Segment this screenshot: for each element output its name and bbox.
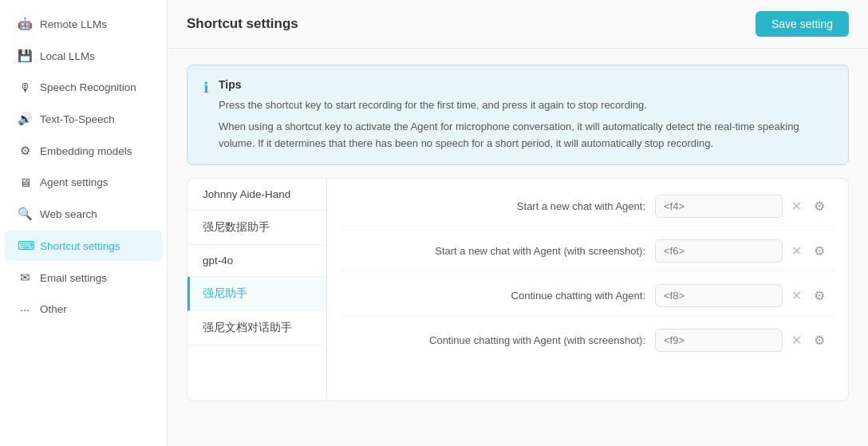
tips-title: Tips bbox=[219, 78, 832, 91]
info-icon: ℹ bbox=[203, 79, 209, 152]
email-settings-icon: ✉ bbox=[18, 270, 32, 285]
other-icon: ··· bbox=[18, 302, 32, 316]
shortcut-row-continue-chat-screenshot: Continue chatting with Agent (with scree… bbox=[340, 321, 835, 360]
shortcut-label-continue-chat: Continue chatting with Agent: bbox=[346, 290, 645, 302]
sidebar-label-agent-settings: Agent settings bbox=[40, 176, 108, 188]
shortcut-gear-continue-chat[interactable]: ⚙ bbox=[810, 286, 829, 306]
web-search-icon: 🔍 bbox=[18, 207, 32, 221]
sidebar-item-embedding-models[interactable]: ⚙Embedding models bbox=[5, 136, 162, 166]
sidebar-label-local-llms: Local LLMs bbox=[40, 50, 95, 62]
sidebar-item-email-settings[interactable]: ✉Email settings bbox=[5, 262, 162, 293]
agent-item-qiangni[interactable]: 强尼助手 bbox=[187, 277, 326, 311]
shortcut-label-continue-chat-screenshot: Continue chatting with Agent (with scree… bbox=[346, 334, 645, 346]
content-area: ℹ Tips Press the shortcut key to start r… bbox=[168, 49, 868, 446]
shortcut-settings-panel: Start a new chat with Agent:✕⚙Start a ne… bbox=[327, 179, 848, 401]
shortcut-input-group-new-chat-screenshot: ✕⚙ bbox=[655, 239, 829, 262]
sidebar-item-remote-llms[interactable]: 🤖Remote LLMs bbox=[5, 9, 162, 39]
shortcut-gear-new-chat[interactable]: ⚙ bbox=[810, 197, 829, 216]
shortcut-input-continue-chat[interactable] bbox=[655, 284, 783, 307]
agent-settings-icon: 🖥 bbox=[18, 176, 32, 189]
shortcut-gear-continue-chat-screenshot[interactable]: ⚙ bbox=[810, 331, 829, 350]
shortcut-label-new-chat: Start a new chat with Agent: bbox=[346, 200, 645, 212]
shortcut-input-group-new-chat: ✕⚙ bbox=[655, 195, 829, 218]
embedding-models-icon: ⚙ bbox=[18, 144, 32, 158]
shortcut-row-new-chat: Start a new chat with Agent:✕⚙ bbox=[340, 187, 835, 227]
remote-llms-icon: 🤖 bbox=[18, 17, 32, 31]
sidebar-item-agent-settings[interactable]: 🖥Agent settings bbox=[5, 168, 162, 197]
shortcut-input-new-chat[interactable] bbox=[655, 195, 783, 218]
sidebar-label-web-search: Web search bbox=[40, 208, 97, 220]
shortcut-settings-icon: ⌨ bbox=[18, 239, 32, 253]
header: Shortcut settings Save setting bbox=[168, 0, 868, 49]
agent-item-gpt4o[interactable]: gpt-4o bbox=[187, 245, 326, 277]
tips-content: Tips Press the shortcut key to start rec… bbox=[219, 78, 832, 152]
shortcut-input-continue-chat-screenshot[interactable] bbox=[655, 329, 783, 352]
shortcut-gear-new-chat-screenshot[interactable]: ⚙ bbox=[810, 242, 829, 261]
tips-box: ℹ Tips Press the shortcut key to start r… bbox=[187, 65, 849, 165]
sidebar-label-email-settings: Email settings bbox=[40, 272, 107, 284]
sidebar-item-shortcut-settings[interactable]: ⌨Shortcut settings bbox=[5, 231, 162, 261]
shortcut-clear-continue-chat[interactable]: ✕ bbox=[787, 287, 805, 305]
shortcuts-container: Johnny Aide-Hand强尼数据助手gpt-4o强尼助手强尼文档对话助手… bbox=[187, 178, 849, 401]
sidebar-item-local-llms[interactable]: 💾Local LLMs bbox=[5, 41, 162, 71]
agent-item-qiangni-data[interactable]: 强尼数据助手 bbox=[187, 211, 326, 245]
speech-recognition-icon: 🎙 bbox=[18, 81, 32, 94]
main-content: Shortcut settings Save setting ℹ Tips Pr… bbox=[168, 0, 868, 446]
shortcut-input-group-continue-chat-screenshot: ✕⚙ bbox=[655, 329, 829, 352]
sidebar-item-other[interactable]: ···Other bbox=[5, 294, 162, 324]
sidebar-item-web-search[interactable]: 🔍Web search bbox=[5, 199, 162, 229]
sidebar-item-speech-recognition[interactable]: 🎙Speech Recognition bbox=[5, 73, 162, 102]
text-to-speech-icon: 🔊 bbox=[18, 112, 32, 126]
sidebar-label-speech-recognition: Speech Recognition bbox=[40, 81, 136, 93]
sidebar-label-embedding-models: Embedding models bbox=[40, 145, 132, 157]
local-llms-icon: 💾 bbox=[18, 49, 32, 63]
shortcut-clear-new-chat-screenshot[interactable]: ✕ bbox=[787, 243, 805, 260]
sidebar-label-shortcut-settings: Shortcut settings bbox=[40, 240, 120, 252]
page-title: Shortcut settings bbox=[187, 16, 298, 32]
shortcut-row-continue-chat: Continue chatting with Agent:✕⚙ bbox=[340, 276, 835, 316]
sidebar-label-remote-llms: Remote LLMs bbox=[40, 18, 107, 30]
shortcut-input-group-continue-chat: ✕⚙ bbox=[655, 284, 829, 307]
sidebar-label-text-to-speech: Text-To-Speech bbox=[40, 113, 115, 125]
save-button[interactable]: Save setting bbox=[756, 11, 849, 37]
shortcut-input-new-chat-screenshot[interactable] bbox=[655, 239, 783, 262]
sidebar-item-text-to-speech[interactable]: 🔊Text-To-Speech bbox=[5, 104, 162, 134]
agent-item-qiangni-doc[interactable]: 强尼文档对话助手 bbox=[187, 311, 326, 345]
tips-line-2: When using a shortcut key to activate th… bbox=[219, 119, 832, 152]
sidebar-label-other: Other bbox=[40, 303, 67, 315]
shortcut-row-new-chat-screenshot: Start a new chat with Agent (with screen… bbox=[340, 231, 835, 271]
agent-list: Johnny Aide-Hand强尼数据助手gpt-4o强尼助手强尼文档对话助手 bbox=[187, 179, 327, 401]
shortcut-clear-new-chat[interactable]: ✕ bbox=[787, 198, 805, 215]
shortcut-clear-continue-chat-screenshot[interactable]: ✕ bbox=[787, 332, 805, 349]
sidebar: 🤖Remote LLMs💾Local LLMs🎙Speech Recogniti… bbox=[0, 0, 168, 446]
agent-item-johnny[interactable]: Johnny Aide-Hand bbox=[187, 179, 326, 211]
shortcut-label-new-chat-screenshot: Start a new chat with Agent (with screen… bbox=[346, 245, 645, 257]
tips-line-1: Press the shortcut key to start recordin… bbox=[219, 97, 832, 114]
